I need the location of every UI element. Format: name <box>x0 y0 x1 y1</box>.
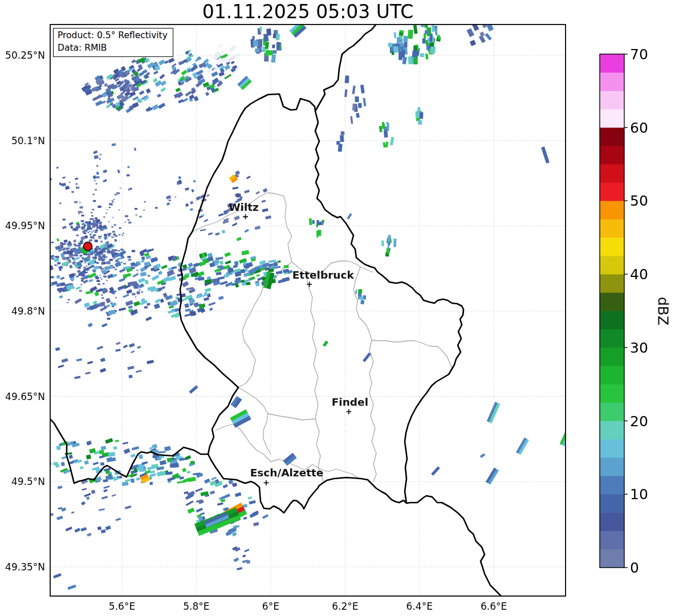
colorbar-tick-label: 30 <box>630 339 648 356</box>
lat-tick-label: 49.5°N <box>11 476 45 487</box>
data-source-line: Data: RMIB <box>58 42 168 55</box>
lat-tick-label: 50.1°N <box>11 135 45 146</box>
lon-tick-label: 6.6°E <box>481 601 507 612</box>
lat-tick-label: 50.25°N <box>5 50 45 61</box>
colorbar-tick-label: 50 <box>630 193 648 209</box>
lon-tick-label: 5.6°E <box>109 601 135 612</box>
plot-title: 01.11.2025 05:03 UTC <box>50 1 566 23</box>
lon-tick-label: 5.8°E <box>183 601 209 612</box>
colorbar-tick-label: 70 <box>630 46 648 63</box>
city-label-ettelbruck: Ettelbruck <box>292 269 354 281</box>
lon-tick-label: 6.4°E <box>406 601 433 612</box>
colorbar-tick-label: 0 <box>630 560 639 576</box>
colorbar-tick-label: 10 <box>630 486 648 503</box>
lon-tick-label: 6.2°E <box>332 601 358 612</box>
city-label-esch: Esch/Alzette <box>250 467 324 479</box>
lat-tick-label: 49.95°N <box>5 220 45 231</box>
city-label-findel: Findel <box>332 395 368 407</box>
radar-map-canvas <box>0 0 675 616</box>
lat-tick-label: 49.35°N <box>5 561 45 573</box>
city-label-wiltz: Wiltz <box>229 201 259 213</box>
lat-tick-label: 49.65°N <box>5 391 45 402</box>
radar-figure: 01.11.2025 05:03 UTC Product: 0.5° Refle… <box>0 0 675 616</box>
product-info-box: Product: 0.5° Reflectivity Data: RMIB <box>53 28 173 57</box>
product-line: Product: 0.5° Reflectivity <box>58 30 168 42</box>
colorbar-tick-label: 60 <box>630 119 648 136</box>
colorbar-tick-label: 40 <box>630 266 648 283</box>
lon-tick-label: 6°E <box>262 601 279 612</box>
lat-tick-label: 49.8°N <box>11 305 45 317</box>
colorbar-unit-label: dBZ <box>655 296 672 325</box>
colorbar-tick-label: 20 <box>630 413 648 429</box>
